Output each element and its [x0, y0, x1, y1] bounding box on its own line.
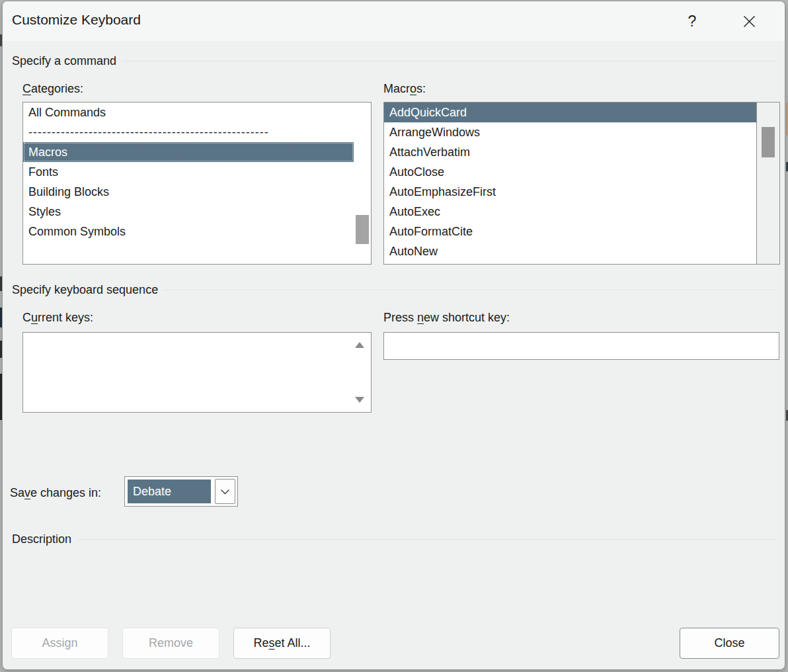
- current-keys-label: Current keys:: [22, 311, 93, 325]
- list-separator: ----------------------------------------…: [23, 122, 354, 142]
- list-item[interactable]: AttachVerbatim: [384, 142, 756, 162]
- section-header: Specify keyboard sequence: [12, 283, 158, 297]
- section-divider: [77, 539, 776, 540]
- list-item[interactable]: All Commands: [23, 103, 354, 122]
- current-keys-listbox[interactable]: [22, 332, 372, 413]
- section-specify-command: Specify a command: [12, 52, 776, 70]
- list-item-selected[interactable]: AddQuickCard: [384, 103, 756, 122]
- macros-scrollbar[interactable]: [756, 103, 779, 264]
- title-bar: Customize Keyboard ?: [3, 1, 785, 41]
- list-item[interactable]: ArrangeWindows: [384, 122, 756, 142]
- close-dialog-button[interactable]: Close: [680, 628, 779, 659]
- help-button[interactable]: ?: [678, 8, 706, 34]
- scroll-down-icon[interactable]: [355, 397, 364, 403]
- list-item[interactable]: AutoClose: [384, 162, 756, 182]
- list-item[interactable]: AutoFormatCite: [384, 222, 756, 241]
- new-shortcut-label: Press new shortcut key:: [383, 311, 510, 325]
- categories-scrollbar[interactable]: [354, 103, 371, 264]
- categories-label: Categories:: [22, 82, 83, 96]
- categories-listbox[interactable]: All Commands ---------------------------…: [22, 102, 372, 265]
- section-header: Description: [12, 532, 71, 546]
- customize-keyboard-dialog: Customize Keyboard ? Specify a command C…: [2, 1, 785, 670]
- scroll-up-icon[interactable]: [355, 342, 364, 348]
- list-item[interactable]: AutoExec: [384, 202, 756, 222]
- section-keyboard-sequence: Specify keyboard sequence: [12, 280, 776, 299]
- macros-listbox[interactable]: AddQuickCard ArrangeWindows AttachVerbat…: [383, 102, 780, 265]
- combobox-dropdown-button[interactable]: [215, 479, 235, 504]
- list-item[interactable]: Common Symbols: [23, 222, 354, 241]
- list-item[interactable]: AutoNew: [384, 241, 756, 261]
- close-icon: [743, 15, 756, 28]
- section-header: Specify a command: [12, 54, 116, 68]
- combobox-selected-value: Debate: [128, 480, 211, 503]
- list-item[interactable]: AutoEmphasizeFirst: [384, 182, 756, 202]
- chevron-down-icon: [220, 489, 230, 495]
- list-item[interactable]: Building Blocks: [23, 182, 354, 202]
- macros-label: Macros:: [383, 82, 426, 96]
- reset-all-button[interactable]: Reset All...: [233, 628, 331, 659]
- section-divider: [164, 290, 776, 290]
- close-button[interactable]: [735, 8, 763, 34]
- save-changes-in-combobox[interactable]: Debate: [124, 476, 238, 507]
- section-divider: [122, 61, 776, 62]
- section-description: Description: [12, 530, 776, 548]
- save-changes-in-label: Save changes in:: [10, 486, 101, 500]
- remove-button[interactable]: Remove: [122, 628, 219, 659]
- help-icon: ?: [688, 13, 697, 30]
- new-shortcut-input[interactable]: [383, 332, 779, 360]
- list-item-selected[interactable]: Macros: [23, 142, 354, 162]
- dialog-title: Customize Keyboard: [12, 12, 141, 28]
- list-item[interactable]: Fonts: [23, 162, 354, 182]
- list-item[interactable]: Styles: [23, 202, 354, 222]
- assign-button[interactable]: Assign: [11, 628, 108, 659]
- scrollbar-thumb[interactable]: [762, 127, 775, 157]
- scrollbar-thumb[interactable]: [356, 215, 369, 244]
